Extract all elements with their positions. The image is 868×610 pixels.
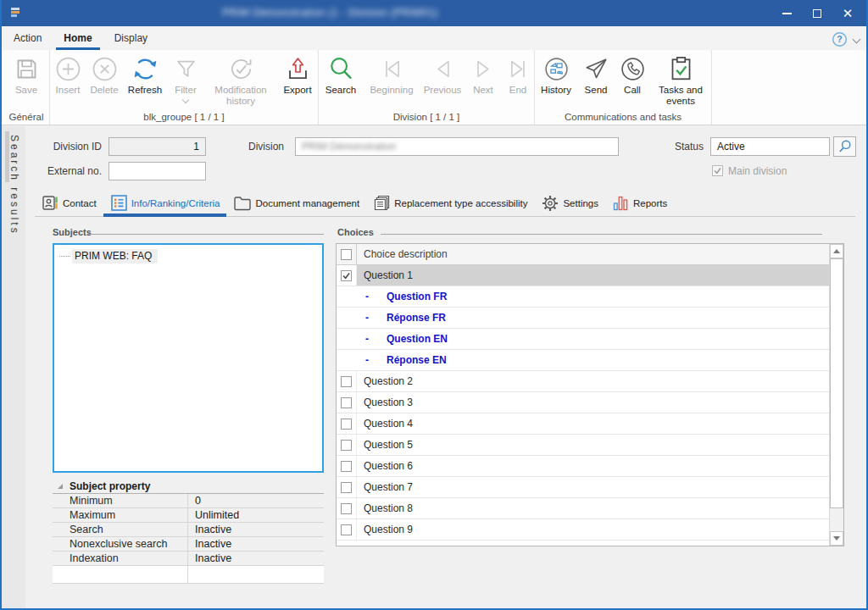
checkbox-unchecked[interactable] <box>341 503 352 514</box>
tree-item[interactable]: PRIM WEB: FAQ <box>59 249 158 263</box>
status-search-button[interactable] <box>833 136 856 157</box>
property-row-nonexclusive-search[interactable]: Nonexclusive searchInactive <box>53 537 324 552</box>
checkbox-unchecked[interactable] <box>341 397 352 408</box>
dash: - <box>355 354 379 366</box>
nav-end-icon <box>504 55 532 83</box>
choice-row-question-7[interactable]: Question 7 <box>337 477 829 498</box>
choice-row-question-3[interactable]: Question 3 <box>337 392 829 413</box>
property-row-search[interactable]: SearchInactive <box>53 523 324 537</box>
choice-row-question-1[interactable]: Question 1 <box>337 265 829 286</box>
tab-reports[interactable]: Reports <box>605 190 674 216</box>
checkbox-unchecked[interactable] <box>341 376 352 387</box>
history-button[interactable]: History <box>535 53 577 96</box>
dash: - <box>355 333 379 345</box>
call-button[interactable]: Call <box>615 53 650 96</box>
tab-replacement-type-accessibility[interactable]: Replacement type accessibility <box>366 190 534 216</box>
close-button[interactable]: ✕ <box>832 0 863 26</box>
info-list-icon <box>110 194 128 212</box>
checkbox-checked[interactable] <box>341 270 352 281</box>
property-row-indexation[interactable]: IndexationInactive <box>53 552 324 566</box>
ribbon-group-label: Général <box>3 112 49 122</box>
end-button: End <box>502 53 534 96</box>
app-icon <box>11 8 19 19</box>
checkbox-unchecked[interactable] <box>341 461 352 472</box>
maximize-button[interactable] <box>802 0 832 26</box>
chevron-down-icon <box>182 97 189 103</box>
tab-settings[interactable]: Settings <box>534 190 605 216</box>
delete-icon <box>91 55 119 83</box>
choice-row-question-8[interactable]: Question 8 <box>337 498 829 519</box>
tab-label: Document management <box>255 198 359 208</box>
external-no-field[interactable] <box>108 162 206 180</box>
send-button[interactable]: Send <box>577 53 615 96</box>
collapse-ribbon-icon[interactable] <box>853 36 861 44</box>
choices-header: Choice description <box>337 244 829 265</box>
property-name: Maximum <box>53 508 188 522</box>
checkbox-unchecked[interactable] <box>341 440 352 451</box>
scrollbar-thumb[interactable] <box>830 258 843 508</box>
export-button[interactable]: Export <box>277 53 318 96</box>
property-value: Unlimited <box>188 508 324 522</box>
choice-row-question-2[interactable]: Question 2 <box>337 371 829 392</box>
window-title: PRIM Démonstration (1 - Division (PRIM01… <box>222 7 438 19</box>
minimize-button[interactable] <box>771 0 802 26</box>
ribbon-group-label: Communications and tasks <box>535 112 711 122</box>
scroll-up-button[interactable] <box>830 244 843 258</box>
choice-row-question-9[interactable]: Question 9 <box>337 519 829 541</box>
ribbon-button-label: End <box>509 85 526 96</box>
tab-label: Settings <box>563 198 598 208</box>
modification-history-button: Modification history <box>204 53 277 107</box>
tasks-and-events-button[interactable]: Tasks and events <box>650 53 711 107</box>
refresh-button[interactable]: Refresh <box>123 53 167 96</box>
choice-row-question-4[interactable]: Question 4 <box>337 413 829 435</box>
choice-row-question-6[interactable]: Question 6 <box>337 456 829 477</box>
contact-icon <box>42 194 59 212</box>
property-group-header[interactable]: Subject property <box>53 480 324 494</box>
search-button[interactable]: Search <box>319 53 363 96</box>
export-icon <box>284 55 312 83</box>
scroll-down-button[interactable] <box>830 531 843 546</box>
search-results-panel-tab[interactable]: Search results <box>2 126 25 608</box>
tab-contact[interactable]: Contact <box>35 190 103 216</box>
choice-row-question-5[interactable]: Question 5 <box>337 435 829 456</box>
pages-icon <box>373 194 391 212</box>
insert-button: Insert <box>50 53 86 96</box>
choice-subrow-r-ponse-en[interactable]: -Réponse EN <box>337 350 829 371</box>
ribbon-button-label: Insert <box>56 85 81 96</box>
help-icon[interactable]: ? <box>832 31 848 50</box>
tab-label: Reports <box>633 198 667 208</box>
subjects-tree[interactable]: PRIM WEB: FAQ <box>53 243 324 473</box>
tab-document-management[interactable]: Document management <box>226 190 366 216</box>
property-name: Search <box>53 523 188 536</box>
menu-action[interactable]: Action <box>3 26 53 50</box>
checkbox-unchecked[interactable] <box>341 482 352 493</box>
menu-home[interactable]: Home <box>53 26 103 50</box>
refresh-icon <box>131 55 159 83</box>
checkbox-unchecked[interactable] <box>341 419 352 430</box>
status-field[interactable]: Active <box>710 137 830 156</box>
property-row-minimum[interactable]: Minimum0 <box>53 494 324 508</box>
ribbon-button-label: Tasks and events <box>650 85 711 107</box>
division-field[interactable]: PRIM Démonstration <box>295 137 619 156</box>
choice-subrow-question-en[interactable]: -Question EN <box>337 329 829 350</box>
choice-sublabel: Question FR <box>387 291 447 302</box>
call-icon <box>619 55 647 83</box>
choices-scrollbar[interactable] <box>829 244 843 546</box>
next-button: Next <box>465 53 502 96</box>
maximize-icon <box>813 9 821 18</box>
svg-text:?: ? <box>837 35 842 44</box>
tree-line <box>59 256 70 257</box>
choice-subrow-question-fr[interactable]: -Question FR <box>337 286 829 308</box>
ribbon-button-label: History <box>541 85 571 96</box>
choice-subrow-r-ponse-fr[interactable]: -Réponse FR <box>337 308 829 329</box>
app-window: PRIM Démonstration (1 - Division (PRIM01… <box>0 0 868 610</box>
choice-label: Question 6 <box>357 456 829 476</box>
property-row-maximum[interactable]: MaximumUnlimited <box>53 508 324 523</box>
menu-display[interactable]: Display <box>103 26 159 50</box>
ribbon-button-label: Next <box>473 85 493 96</box>
property-value: 0 <box>188 494 324 507</box>
ribbon-group-division-1-1: SearchBeginningPreviousNextEndDivision [… <box>319 50 535 125</box>
tab-info-ranking-criteria[interactable]: Info/Ranking/Criteria <box>103 190 227 216</box>
select-all-checkbox[interactable] <box>341 249 352 260</box>
checkbox-unchecked[interactable] <box>341 524 352 535</box>
